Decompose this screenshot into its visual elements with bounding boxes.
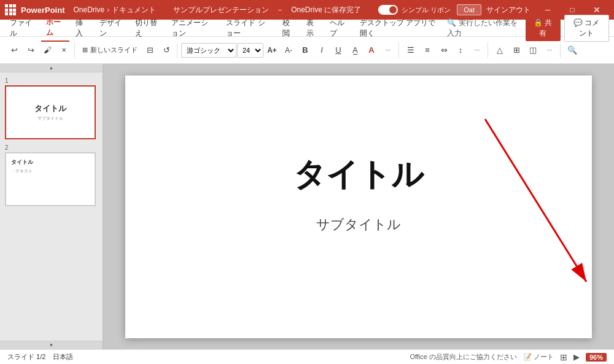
bold-button[interactable]: B — [297, 42, 313, 58]
font-size-decrease-button[interactable]: A- — [281, 42, 297, 58]
redo-button[interactable]: ↪ — [23, 42, 39, 58]
slide-2-subtitle: ・テキスト — [11, 168, 33, 174]
draw-group: △ ⊞ ◫ ··· — [489, 42, 561, 58]
align-button[interactable]: ⇔ — [436, 42, 452, 58]
slide-2-title: タイトル — [11, 158, 33, 166]
main-area: ▲ 1 タイトル サブタイトル 2 タイトル ・テキスト ▼ — [0, 64, 614, 349]
slide-group: ⊞ 新しいスライド ⊟ ↺ — [76, 42, 177, 58]
right-status: Office の品質向上にご協力ください 📝 ノート ⊞ ▶ 96% — [410, 352, 607, 362]
apps-grid-icon[interactable] — [5, 4, 16, 15]
line-spacing-button[interactable]: ↕ — [453, 42, 468, 58]
slide-1-subtitle: サブタイトル — [37, 115, 63, 122]
font-color-button[interactable]: A — [363, 42, 379, 58]
undo-button[interactable]: ↩ — [6, 42, 22, 58]
doc-label[interactable]: ドキュメント — [112, 5, 156, 15]
app-name: PowerPoint — [21, 6, 65, 15]
slide-num-2: 2 — [5, 144, 98, 151]
center-title: サンプルプレゼンテーション － OneDrive に保存完了 — [156, 5, 378, 15]
menu-transitions[interactable]: 切り替え — [130, 15, 165, 41]
onedrive-label[interactable]: OneDrive — [74, 6, 105, 14]
scroll-up-button[interactable]: ▲ — [0, 64, 103, 72]
slide-1-title: タイトル — [34, 103, 66, 114]
scroll-down-button[interactable]: ▼ — [0, 341, 103, 349]
menu-slideshow[interactable]: スライド ショー — [221, 15, 276, 41]
italic-button[interactable]: I — [314, 42, 330, 58]
new-slide-button[interactable]: ⊞ 新しいスライド — [79, 42, 141, 58]
find-group: 🔍 — [562, 42, 583, 58]
toolbar: ↩ ↪ 🖌 ✕ ⊞ 新しいスライド ⊟ ↺ 游ゴシック 24 A+ A- B I… — [0, 37, 614, 64]
slide-thumbnail-2[interactable]: タイトル ・テキスト — [5, 152, 96, 206]
slide-icon: ⊞ — [82, 46, 88, 54]
status-bar: スライド 1/2 日本語 Office の品質向上にご協力ください 📝 ノート … — [0, 349, 614, 364]
nav-separator: › — [107, 6, 109, 14]
shapes-button[interactable]: △ — [492, 42, 508, 58]
note-label: ノート — [534, 352, 554, 362]
toggle-label: シンプル リボン — [402, 6, 451, 15]
slide-num-1: 1 — [5, 77, 98, 84]
more-draw-button[interactable]: ··· — [542, 42, 558, 58]
menu-design[interactable]: デザイン — [95, 15, 130, 41]
menu-view[interactable]: 表示 — [301, 15, 324, 41]
new-slide-label: 新しいスライド — [90, 45, 138, 55]
menu-help[interactable]: ヘルプ — [325, 15, 354, 41]
underline-button[interactable]: U — [330, 42, 346, 58]
more-font-button[interactable]: ··· — [380, 42, 396, 58]
slide-panel: ▲ 1 タイトル サブタイトル 2 タイトル ・テキスト ▼ — [0, 64, 103, 349]
toggle-container: シンプル リボン — [378, 5, 451, 15]
numbering-button[interactable]: ≡ — [419, 42, 435, 58]
menu-file[interactable]: ファイル — [5, 15, 40, 41]
find-button[interactable]: 🔍 — [564, 42, 580, 58]
menu-home[interactable]: ホーム — [41, 15, 70, 42]
menu-search[interactable]: 🔍 実行したい作業を入力 — [442, 15, 524, 41]
menu-insert[interactable]: 挿入 — [71, 15, 93, 41]
slide-canvas[interactable]: タイトル サブタイトル — [125, 76, 592, 338]
zoom-badge[interactable]: 96% — [586, 353, 607, 362]
arrange-button[interactable]: ⊞ — [508, 42, 524, 58]
normal-view-button[interactable]: ⊞ — [560, 352, 567, 362]
menu-open-desktop[interactable]: デスクトップ アプリで開く — [355, 15, 441, 41]
undo-redo-group: ↩ ↪ 🖌 ✕ — [4, 42, 75, 58]
format-button[interactable]: ◫ — [525, 42, 541, 58]
slide-thumb-2[interactable]: 2 タイトル ・テキスト — [5, 144, 98, 206]
font-size-increase-button[interactable]: A+ — [264, 42, 280, 58]
format-paint-button[interactable]: 🖌 — [39, 42, 55, 58]
clear-button[interactable]: ✕ — [56, 42, 72, 58]
font-family-select[interactable]: 游ゴシック — [181, 43, 236, 58]
share-button[interactable]: 🔒 共有 — [526, 15, 561, 41]
slide-info: スライド 1/2 — [7, 352, 45, 362]
slideshow-view-button[interactable]: ▶ — [573, 352, 580, 362]
canvas-area: タイトル サブタイトル — [103, 64, 614, 349]
note-button[interactable]: 📝 ノート — [523, 352, 554, 362]
slide-thumb-1[interactable]: 1 タイトル サブタイトル — [5, 77, 98, 139]
font-group: 游ゴシック 24 A+ A- B I U A̲ A ··· — [179, 42, 399, 58]
slide-main-subtitle[interactable]: サブタイトル — [316, 215, 401, 234]
signin-button[interactable]: サインアウト — [486, 5, 530, 15]
slide-thumbnail-1[interactable]: タイトル サブタイトル — [5, 85, 96, 139]
slide-list: 1 タイトル サブタイトル 2 タイトル ・テキスト — [0, 72, 103, 341]
layout-button[interactable]: ⊟ — [142, 42, 158, 58]
bullets-button[interactable]: ☰ — [403, 42, 419, 58]
simple-ribbon-toggle[interactable] — [378, 5, 398, 15]
user-button[interactable]: Oat — [457, 4, 481, 15]
menu-bar: ファイル ホーム 挿入 デザイン 切り替え アニメーション スライド ショー 校… — [0, 20, 614, 37]
quality-label[interactable]: Office の品質向上にご協力ください — [410, 352, 517, 362]
menu-animations[interactable]: アニメーション — [166, 15, 220, 41]
menu-review[interactable]: 校閲 — [278, 15, 300, 41]
language-info: 日本語 — [53, 352, 73, 362]
font-size-select[interactable]: 24 — [237, 43, 263, 58]
reset-button[interactable]: ↺ — [158, 42, 174, 58]
paragraph-group: ☰ ≡ ⇔ ↕ ··· — [400, 42, 488, 58]
slide-main-title[interactable]: タイトル — [293, 153, 424, 196]
more-para-button[interactable]: ··· — [469, 42, 485, 58]
note-icon: 📝 — [523, 353, 532, 361]
comment-button[interactable]: 💬 コメント — [564, 15, 609, 42]
highlight-button[interactable]: A̲ — [347, 42, 363, 58]
